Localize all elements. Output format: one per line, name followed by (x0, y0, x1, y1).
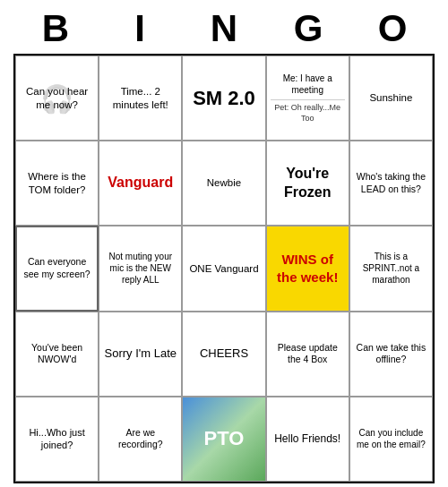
cell-i1[interactable]: Time... 2 minutes left! (99, 56, 182, 141)
cell-b3[interactable]: Can everyone see my screen? (15, 226, 99, 311)
header-g: G (270, 7, 347, 50)
cell-o3[interactable]: This is a SPRINT..not a marathon (349, 226, 433, 311)
cell-b2[interactable]: Where is the TOM folder? (15, 141, 99, 226)
bingo-header: B I N G O (13, 0, 435, 54)
cell-o5[interactable]: Can you include me on the email? (349, 397, 433, 482)
cell-b1[interactable]: 🎧 Can you hear me now? (15, 56, 99, 141)
cell-g3[interactable]: WINS of the week! (266, 226, 349, 311)
cell-g2[interactable]: You're Frozen (266, 141, 349, 226)
cell-n5[interactable]: PTO (182, 397, 265, 482)
cell-o4[interactable]: Can we take this offline? (349, 312, 433, 397)
cell-i5[interactable]: Are we recording? (99, 397, 182, 482)
header-n: N (185, 7, 263, 50)
cell-g4[interactable]: Please update the 4 Box (266, 312, 349, 397)
cell-i4[interactable]: Sorry I'm Late (99, 312, 182, 397)
cell-b5[interactable]: Hi...Who just joined? (15, 397, 99, 482)
cell-i3[interactable]: Not muting your mic is the NEW reply ALL (99, 226, 182, 311)
cell-n2[interactable]: Newbie (182, 141, 265, 226)
cell-o1[interactable]: Sunshine (349, 56, 433, 141)
cell-n4[interactable]: CHEERS (182, 312, 265, 397)
cell-b4[interactable]: You've been NWOW'd (15, 312, 99, 397)
header-b: B (17, 7, 94, 50)
header-o: O (354, 7, 431, 50)
header-i: I (101, 7, 178, 50)
cell-g1[interactable]: Me: I have a meeting Pet: Oh really...Me… (266, 56, 349, 141)
cell-i2[interactable]: Vanguard (99, 141, 182, 226)
cell-g5[interactable]: Hello Friends! (266, 397, 349, 482)
cell-o2[interactable]: Who's taking the LEAD on this? (349, 141, 433, 226)
bingo-grid: 🎧 Can you hear me now? Time... 2 minutes… (13, 54, 435, 483)
cell-n1[interactable]: SM 2.0 (182, 56, 265, 141)
cell-n3[interactable]: ONE Vanguard (182, 226, 265, 311)
